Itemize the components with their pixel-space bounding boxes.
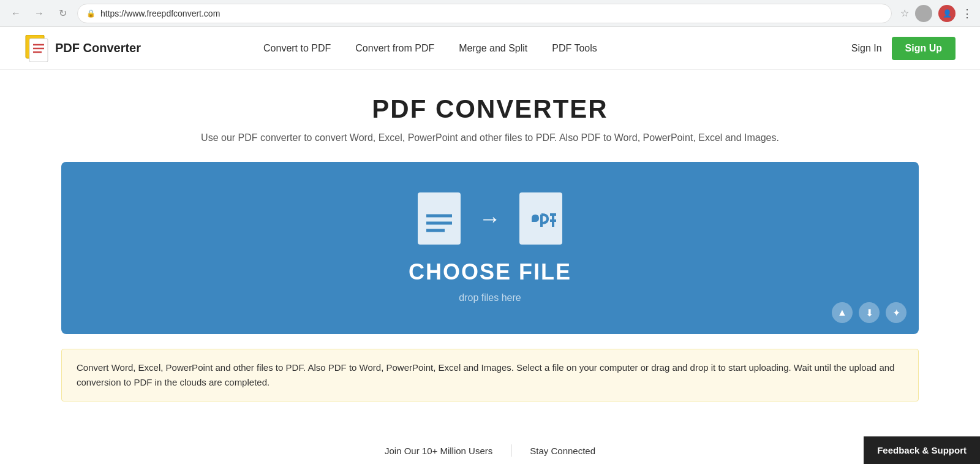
header-actions: Sign In Sign Up [851, 37, 956, 60]
google-drive-button[interactable]: ▲ [832, 302, 853, 323]
signup-button[interactable]: Sign Up [892, 37, 956, 60]
join-users-link[interactable]: Join Our 10+ Million Users [366, 446, 511, 456]
browser-chrome: ← → ↻ 🔒 ☆ 👤 ⋮ [0, 0, 980, 27]
address-bar[interactable]: 🔒 [77, 4, 892, 23]
refresh-button[interactable]: ↻ [54, 5, 71, 22]
link-icon: ✦ [892, 307, 900, 319]
nav-convert-to-pdf[interactable]: Convert to PDF [263, 43, 331, 54]
profile-icon[interactable]: 👤 [938, 5, 956, 22]
back-button[interactable]: ← [7, 5, 24, 22]
svg-rect-1 [29, 39, 48, 62]
page-title: PDF CONVERTER [24, 94, 956, 124]
source-doc-icon [418, 192, 461, 245]
nav-merge-and-split[interactable]: Merge and Split [459, 43, 527, 54]
drop-zone-icons: → [418, 192, 562, 245]
page-subtitle: Use our PDF converter to convert Word, E… [24, 132, 956, 143]
site-footer: Join Our 10+ Million Users Stay Connecte… [0, 432, 980, 464]
dropbox-icon: ⬇ [865, 307, 873, 319]
extensions-icon [915, 5, 932, 22]
stay-connected-link[interactable]: Stay Connected [511, 446, 614, 456]
dropbox-button[interactable]: ⬇ [859, 302, 880, 323]
arrow-icon: → [479, 206, 501, 232]
drop-hint: drop files here [459, 292, 521, 303]
svg-rect-5 [418, 192, 461, 245]
link-button[interactable]: ✦ [886, 302, 907, 323]
logo-text: PDF Converter [55, 41, 141, 55]
feedback-support-button[interactable]: Feedback & Support [864, 436, 980, 464]
bookmark-icon[interactable]: ☆ [900, 7, 909, 19]
pdf-doc-icon [519, 192, 562, 245]
logo-icon [24, 35, 49, 62]
nav-pdf-tools[interactable]: PDF Tools [552, 43, 597, 54]
footer-center: Join Our 10+ Million Users Stay Connecte… [24, 444, 956, 457]
info-box: Convert Word, Excel, PowerPoint and othe… [61, 349, 919, 401]
nav-convert-from-pdf[interactable]: Convert from PDF [355, 43, 434, 54]
main-nav: Convert to PDF Convert from PDF Merge an… [263, 43, 851, 54]
forward-button[interactable]: → [31, 5, 48, 22]
drop-zone[interactable]: → CHOOSE FILE drop files here ▲ ⬇ [61, 162, 919, 334]
signin-button[interactable]: Sign In [851, 43, 882, 54]
url-input[interactable] [100, 9, 883, 18]
site-header: PDF Converter Convert to PDF Convert fro… [0, 27, 980, 70]
logo[interactable]: PDF Converter [24, 35, 141, 62]
info-text: Convert Word, Excel, PowerPoint and othe… [77, 362, 894, 387]
lock-icon: 🔒 [86, 9, 96, 18]
main-content: PDF CONVERTER Use our PDF converter to c… [0, 70, 980, 401]
choose-file-label: CHOOSE FILE [409, 259, 571, 285]
upload-options: ▲ ⬇ ✦ [832, 302, 907, 323]
browser-menu-icon[interactable]: ⋮ [962, 7, 973, 20]
google-drive-icon: ▲ [837, 307, 847, 318]
